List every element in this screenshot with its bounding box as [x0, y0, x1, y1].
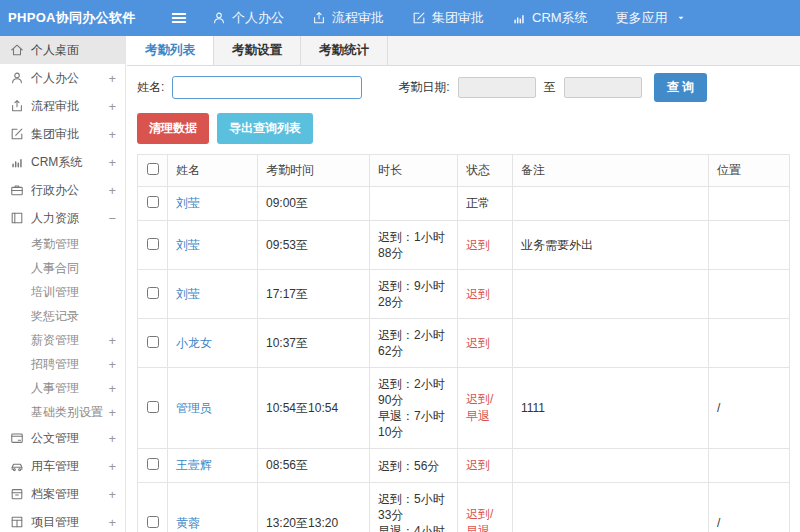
share-icon [312, 11, 326, 25]
status-cell: 正常 [458, 187, 513, 221]
sidebar-item-5[interactable]: CRM系统+ [0, 148, 125, 176]
sidebar-subitem-3[interactable]: 培训管理 [0, 280, 125, 304]
location-cell: / [709, 368, 790, 449]
sidebar-subitem-8[interactable]: 基础类别设置+ [0, 400, 125, 424]
name-filter-input[interactable] [172, 76, 362, 99]
sidebar-item-4[interactable]: 集团审批+ [0, 120, 125, 148]
employee-name-link[interactable]: 刘莹 [176, 238, 200, 252]
expand-icon[interactable]: + [108, 334, 116, 347]
status-badge: 正常 [466, 196, 490, 210]
sidebar-item-3[interactable]: 流程审批+ [0, 92, 125, 120]
row-checkbox[interactable] [147, 401, 159, 413]
employee-name-link[interactable]: 小龙女 [176, 336, 212, 350]
tab-attendance-settings[interactable]: 考勤设置 [214, 36, 301, 65]
row-checkbox[interactable] [147, 196, 159, 208]
employee-name-link[interactable]: 刘莹 [176, 196, 200, 210]
sidebar-item-8[interactable]: 公文管理+ [0, 424, 125, 452]
topnav-item-label: CRM系统 [532, 9, 588, 27]
expand-icon[interactable]: + [108, 432, 116, 445]
topnav-item-4[interactable]: CRM系统 [498, 0, 602, 36]
sidebar-subitem-4[interactable]: 奖惩记录 [0, 304, 125, 328]
sidebar-subitem-2[interactable]: 人事合同 [0, 256, 125, 280]
select-all-checkbox[interactable] [147, 163, 159, 175]
status-cell: 迟到 [458, 270, 513, 319]
sidebar-subitem-5[interactable]: 薪资管理+ [0, 328, 125, 352]
attendance-time-cell: 09:53至 [258, 221, 370, 270]
tab-attendance-stats[interactable]: 考勤统计 [301, 36, 388, 65]
attendance-table: 姓名考勤时间时长状态备注位置 刘莹09:00至正常刘莹09:53至迟到：1小时8… [137, 154, 790, 532]
column-header-1: 姓名 [168, 155, 258, 187]
expand-icon[interactable]: + [108, 460, 116, 473]
sidebar-item-7[interactable]: 人力资源− [0, 204, 125, 232]
app-logo: PHPOA协同办公软件 [0, 9, 128, 27]
table-row: 王壹辉08:56至迟到：56分迟到 [138, 449, 790, 483]
location-cell [709, 187, 790, 221]
expand-icon[interactable]: + [108, 72, 116, 85]
employee-name-link[interactable]: 刘莹 [176, 287, 200, 301]
date-to-input[interactable] [564, 77, 642, 98]
note-cell [513, 270, 709, 319]
top-nav: 个人办公流程审批集团审批CRM系统更多应用 [198, 0, 700, 36]
topnav-item-label: 更多应用 [616, 9, 668, 27]
tab-bar: 考勤列表 考勤设置 考勤统计 [127, 36, 800, 66]
topnav-item-label: 集团审批 [432, 9, 484, 27]
expand-icon[interactable]: + [108, 516, 116, 529]
date-from-input[interactable] [458, 77, 536, 98]
table-header-row: 姓名考勤时间时长状态备注位置 [138, 155, 790, 187]
expand-icon[interactable]: + [108, 156, 116, 169]
employee-name-link[interactable]: 王壹辉 [176, 458, 212, 472]
expand-icon[interactable]: + [108, 100, 116, 113]
sidebar-item-2[interactable]: 个人办公+ [0, 64, 125, 92]
row-checkbox[interactable] [147, 287, 159, 299]
expand-icon[interactable]: + [108, 358, 116, 371]
expand-icon[interactable]: + [108, 128, 116, 141]
name-cell: 刘莹 [168, 221, 258, 270]
sidebar-item-1[interactable]: 个人桌面 [0, 36, 125, 64]
archive-icon [10, 487, 24, 501]
export-list-button[interactable]: 导出查询列表 [217, 113, 313, 144]
sidebar-item-11[interactable]: 项目管理+ [0, 508, 125, 532]
tab-attendance-list[interactable]: 考勤列表 [127, 36, 214, 65]
chart-icon [512, 11, 526, 25]
date-filter-label: 考勤日期: [398, 79, 449, 96]
expand-icon[interactable]: + [108, 382, 116, 395]
caret-down-icon [676, 13, 686, 23]
note-cell: 1111 [513, 368, 709, 449]
name-cell: 王壹辉 [168, 449, 258, 483]
column-header-5: 备注 [513, 155, 709, 187]
clear-data-button[interactable]: 清理数据 [137, 113, 209, 144]
topnav-item-3[interactable]: 集团审批 [398, 0, 498, 36]
employee-name-link[interactable]: 黄蓉 [176, 516, 200, 530]
location-cell [709, 270, 790, 319]
sidebar-item-6[interactable]: 行政办公+ [0, 176, 125, 204]
sidebar-subitem-7[interactable]: 人事管理+ [0, 376, 125, 400]
employee-name-link[interactable]: 管理员 [176, 401, 212, 415]
expand-icon[interactable]: + [108, 406, 116, 419]
topnav-item-2[interactable]: 流程审批 [298, 0, 398, 36]
attendance-time-cell: 13:20至13:20 [258, 483, 370, 532]
car-icon [10, 459, 24, 473]
expand-icon[interactable]: − [108, 212, 116, 225]
expand-icon[interactable]: + [108, 488, 116, 501]
menu-icon[interactable] [170, 9, 188, 27]
chart-icon [10, 155, 24, 169]
column-header-3: 时长 [370, 155, 458, 187]
topnav-item-1[interactable]: 个人办公 [198, 0, 298, 36]
row-checkbox[interactable] [147, 336, 159, 348]
topnav-item-5[interactable]: 更多应用 [602, 0, 700, 36]
expand-icon[interactable]: + [108, 184, 116, 197]
name-cell: 黄蓉 [168, 483, 258, 532]
duration-cell: 迟到：2小时90分 早退：7小时10分 [370, 368, 458, 449]
sidebar-item-9[interactable]: 用车管理+ [0, 452, 125, 480]
sidebar-subitem-1[interactable]: 考勤管理 [0, 232, 125, 256]
topnav-item-label: 个人办公 [232, 9, 284, 27]
status-cell: 迟到 [458, 449, 513, 483]
sidebar-item-label: 档案管理 [31, 486, 108, 503]
row-checkbox[interactable] [147, 458, 159, 470]
row-checkbox[interactable] [147, 238, 159, 250]
sidebar-item-10[interactable]: 档案管理+ [0, 480, 125, 508]
sidebar-subitem-label: 培训管理 [31, 284, 116, 301]
sidebar-subitem-6[interactable]: 招聘管理+ [0, 352, 125, 376]
search-button[interactable]: 查 询 [654, 73, 707, 102]
row-checkbox[interactable] [147, 516, 159, 528]
